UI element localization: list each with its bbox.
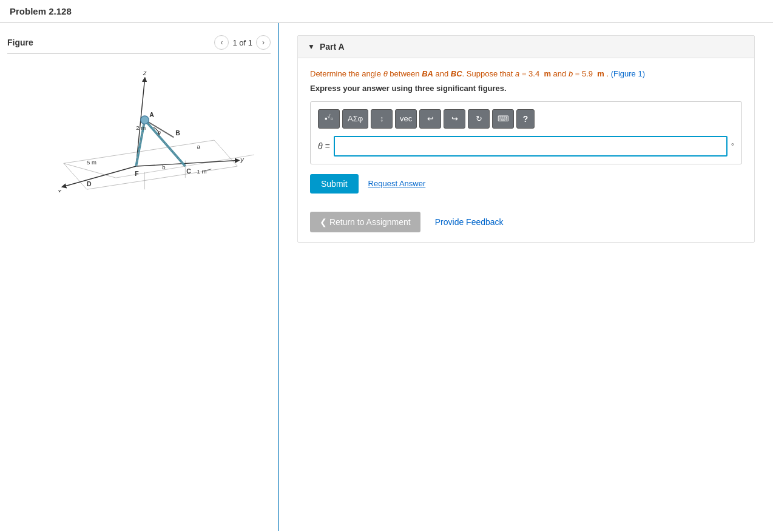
figure-svg: x y z θ	[24, 65, 254, 192]
action-row: Submit Request Answer	[310, 174, 742, 194]
help-button[interactable]: ?	[516, 109, 535, 129]
request-answer-link[interactable]: Request Answer	[368, 179, 426, 188]
svg-text:z: z	[143, 69, 147, 76]
instruction-text: Express your answer using three signific…	[310, 84, 742, 93]
collapse-arrow-icon: ▼	[308, 42, 315, 51]
redo-icon: ↪	[451, 114, 458, 123]
figure-image: x y z θ	[7, 59, 271, 192]
svg-text:1 m: 1 m	[197, 168, 206, 175]
svg-text:2 m: 2 m	[136, 124, 146, 131]
part-header: ▼ Part A	[298, 36, 754, 58]
top-bar: Problem 2.128	[0, 0, 773, 23]
svg-text:θ: θ	[158, 130, 161, 136]
svg-text:5 m: 5 m	[87, 159, 96, 166]
question-text: Determine the angle θ between BA and BC.…	[310, 68, 742, 80]
part-section: ▼ Part A Determine the angle θ between B…	[297, 35, 755, 243]
greek-icon: AΣφ	[348, 114, 363, 123]
provide-feedback-link[interactable]: Provide Feedback	[435, 217, 504, 227]
keyboard-icon: ⌨	[498, 114, 509, 123]
svg-text:D: D	[87, 180, 92, 187]
toolbar: ▪√▫ AΣφ ↕ vec ↩	[318, 109, 734, 129]
svg-text:y: y	[240, 156, 245, 163]
input-row: θ = °	[318, 136, 734, 157]
unit-label: °	[731, 141, 734, 150]
figure-next-button[interactable]: ›	[256, 35, 271, 50]
svg-text:B: B	[175, 129, 180, 136]
svg-text:F: F	[135, 170, 139, 177]
help-icon: ?	[523, 114, 528, 124]
figure-prev-button[interactable]: ‹	[214, 35, 229, 50]
figure-section: Figure ‹ 1 of 1 ›	[0, 29, 278, 192]
bottom-actions: ❮ Return to Assignment Provide Feedback	[310, 212, 742, 232]
svg-point-20	[141, 116, 149, 124]
theta-label: θ =	[318, 141, 330, 151]
greek-toolbar-button[interactable]: AΣφ	[342, 109, 368, 129]
figure-link[interactable]: (Figure 1)	[611, 69, 645, 78]
redo-button[interactable]: ↪	[444, 109, 465, 129]
math-toolbar-button[interactable]: ▪√▫	[318, 109, 340, 129]
math-icon: ▪√▫	[325, 113, 333, 123]
svg-text:C: C	[186, 167, 191, 175]
figure-header: Figure ‹ 1 of 1 ›	[7, 35, 271, 54]
svg-text:x: x	[57, 187, 62, 192]
figure-title: Figure	[7, 38, 214, 47]
arrow-icon: ↕	[380, 114, 384, 123]
figure-nav: ‹ 1 of 1 ›	[214, 35, 271, 50]
arrow-toolbar-button[interactable]: ↕	[371, 109, 393, 129]
submit-button[interactable]: Submit	[310, 174, 359, 194]
keyboard-button[interactable]: ⌨	[492, 109, 514, 129]
left-panel: Figure ‹ 1 of 1 ›	[0, 23, 279, 531]
svg-text:b: b	[162, 164, 165, 170]
vec-icon: vec	[400, 114, 412, 123]
vec-toolbar-button[interactable]: vec	[395, 109, 417, 129]
return-assignment-button[interactable]: ❮ Return to Assignment	[310, 212, 420, 232]
svg-text:A: A	[149, 111, 154, 118]
main-layout: Figure ‹ 1 of 1 ›	[0, 23, 773, 531]
part-label: Part A	[320, 42, 345, 52]
undo-button[interactable]: ↩	[419, 109, 441, 129]
problem-title: Problem 2.128	[10, 6, 763, 16]
svg-line-7	[214, 140, 237, 166]
svg-text:a: a	[197, 143, 200, 150]
answer-input[interactable]	[334, 136, 727, 157]
refresh-icon: ↻	[476, 114, 482, 123]
part-body: Determine the angle θ between BA and BC.…	[298, 58, 754, 242]
undo-icon: ↩	[427, 114, 434, 123]
svg-line-9	[136, 161, 237, 167]
refresh-button[interactable]: ↻	[468, 109, 490, 129]
answer-box: ▪√▫ AΣφ ↕ vec ↩	[310, 101, 742, 164]
right-panel: ▼ Part A Determine the angle θ between B…	[279, 23, 773, 531]
figure-page-count: 1 of 1	[232, 38, 252, 47]
